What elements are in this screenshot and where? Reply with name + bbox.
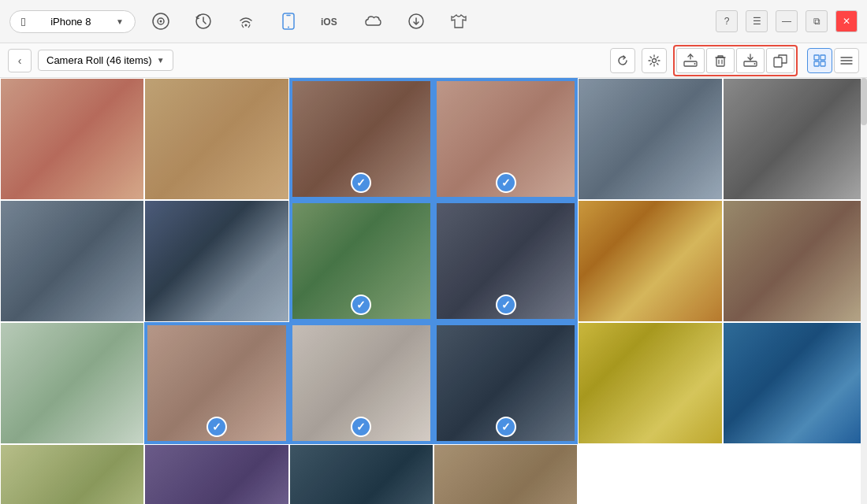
grid-view-icon [813, 54, 826, 67]
share-button[interactable] [766, 48, 794, 73]
check-mark-14: ✓ [207, 417, 227, 437]
restore-icon: ⧉ [813, 16, 820, 27]
photo-cell-2[interactable] [144, 78, 288, 200]
photo-cell-18[interactable] [723, 322, 867, 444]
photo-cell-4[interactable]: ✓ [434, 78, 578, 200]
svg-rect-24 [814, 61, 819, 66]
grid-view-button[interactable] [807, 48, 832, 73]
photo-cell-20[interactable] [144, 444, 288, 504]
restore-button[interactable]: ⧉ [806, 10, 828, 32]
history-icon-btn[interactable] [186, 4, 221, 39]
top-toolbar:  iPhone 8 ▼ [0, 0, 867, 43]
iphone-icon-btn[interactable] [271, 4, 306, 39]
music-icon [152, 13, 169, 30]
wifi-sync-icon-btn[interactable] [229, 4, 263, 39]
svg-rect-22 [814, 55, 819, 60]
photo-cell-19[interactable] [0, 444, 144, 504]
photo-cell-10[interactable]: ✓ [434, 200, 578, 322]
ringtone-icon-btn[interactable] [441, 4, 476, 39]
photo-overlay-17 [579, 323, 721, 443]
photo-cell-6[interactable] [723, 78, 867, 200]
photo-overlay-7 [1, 201, 143, 321]
svg-point-20 [754, 63, 756, 65]
photo-cell-14[interactable]: ✓ [144, 322, 288, 444]
import-icon [743, 54, 757, 68]
photo-overlay-19 [1, 445, 143, 504]
settings-button[interactable] [642, 48, 667, 73]
nav-bar: ‹ Camera Roll (46 items) ▼ [0, 43, 867, 78]
device-selector[interactable]:  iPhone 8 ▼ [9, 10, 136, 33]
svg-rect-21 [774, 57, 782, 67]
photo-overlay-20 [145, 445, 288, 504]
tshirt-icon [450, 13, 467, 30]
refresh-icon [616, 54, 629, 67]
svg-point-11 [653, 58, 657, 62]
photo-cell-1[interactable] [0, 78, 144, 200]
download-icon [407, 13, 425, 30]
apple-icon:  [21, 15, 25, 28]
photo-cell-15[interactable]: ✓ [289, 322, 434, 444]
folder-chevron-icon: ▼ [157, 56, 165, 65]
cloud-icon-btn[interactable] [356, 4, 391, 39]
photo-overlay-6 [724, 79, 866, 199]
photo-overlay-12 [724, 201, 866, 321]
photo-cell-3[interactable]: ✓ [289, 78, 434, 200]
svg-point-4 [245, 24, 247, 27]
minimize-button[interactable]: — [776, 10, 798, 32]
photo-overlay-18 [724, 323, 866, 443]
close-icon: ✕ [843, 16, 850, 27]
photo-cell-9[interactable]: ✓ [289, 200, 434, 322]
ios-update-btn[interactable]: iOS [314, 4, 348, 39]
menu-button[interactable]: ☰ [746, 10, 768, 32]
folder-label: Camera Roll (46 items) [47, 54, 152, 66]
photo-cell-17[interactable] [578, 322, 722, 444]
photo-cell-8[interactable] [144, 200, 288, 322]
close-button[interactable]: ✕ [835, 10, 858, 32]
svg-point-14 [694, 63, 696, 65]
photo-cell-22[interactable] [434, 444, 578, 504]
download-icon-btn[interactable] [399, 4, 434, 39]
back-button[interactable]: ‹ [8, 49, 32, 72]
svg-rect-25 [820, 61, 825, 66]
menu-icon: ☰ [753, 16, 761, 27]
photo-cell-7[interactable] [0, 200, 144, 322]
ios-icon: iOS [320, 13, 342, 30]
check-mark-16: ✓ [496, 417, 516, 437]
help-button[interactable]: ? [716, 10, 738, 32]
list-view-button[interactable] [834, 48, 859, 73]
photo-overlay-8 [145, 201, 288, 321]
import-button[interactable] [736, 48, 765, 73]
music-icon-btn[interactable] [143, 4, 178, 39]
photo-overlay-5 [579, 79, 721, 199]
refresh-button[interactable] [610, 48, 635, 73]
folder-dropdown[interactable]: Camera Roll (46 items) ▼ [38, 50, 173, 71]
photo-cell-21[interactable] [289, 444, 434, 504]
photo-overlay-2 [145, 79, 288, 199]
cloud-icon [364, 13, 383, 30]
photo-cell-5[interactable] [578, 78, 722, 200]
photo-overlay-13 [1, 323, 143, 443]
photo-cell-11[interactable] [578, 200, 722, 322]
photo-cell-13[interactable] [0, 322, 144, 444]
scrollbar-track [861, 78, 867, 504]
check-mark-9: ✓ [351, 295, 371, 315]
back-icon: ‹ [18, 54, 22, 67]
list-view-icon [840, 54, 853, 67]
export-to-pc-button[interactable] [676, 48, 705, 73]
svg-point-7 [288, 27, 289, 28]
delete-button[interactable] [706, 48, 735, 73]
history-icon [195, 13, 212, 30]
check-mark-10: ✓ [496, 295, 516, 315]
check-mark-4: ✓ [496, 172, 516, 193]
chevron-down-icon: ▼ [116, 17, 124, 26]
photo-overlay-11 [579, 201, 721, 321]
action-buttons-group [673, 45, 798, 76]
scrollbar-thumb[interactable] [861, 78, 867, 125]
check-mark-15: ✓ [351, 417, 371, 437]
wifi-sync-icon [237, 13, 255, 30]
check-mark-3: ✓ [351, 172, 371, 193]
delete-icon [713, 54, 727, 68]
photo-cell-12[interactable] [723, 200, 867, 322]
help-icon: ? [724, 16, 730, 27]
photo-cell-16[interactable]: ✓ [434, 322, 578, 444]
